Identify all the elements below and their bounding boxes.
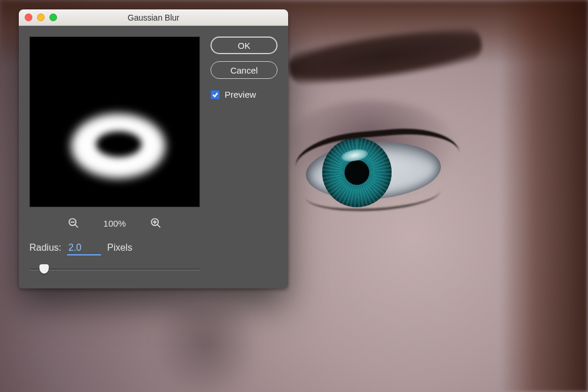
radius-unit: Pixels xyxy=(107,242,132,253)
hair-region xyxy=(500,0,588,392)
zoom-in-icon xyxy=(150,217,162,229)
close-icon[interactable] xyxy=(25,14,32,21)
zoom-out-icon xyxy=(68,217,79,229)
filter-preview[interactable] xyxy=(29,36,200,207)
cancel-button-label: Cancel xyxy=(230,65,258,75)
dialog-title: Gaussian Blur xyxy=(128,13,179,22)
dialog-body: 100% Radius: Pixels xyxy=(19,26,288,288)
pupil xyxy=(345,160,369,185)
titlebar[interactable]: Gaussian Blur xyxy=(19,9,288,26)
check-icon xyxy=(212,91,219,98)
cancel-button[interactable]: Cancel xyxy=(211,61,278,79)
zoom-in-button[interactable] xyxy=(149,217,162,230)
svg-line-1 xyxy=(75,225,78,228)
minimize-icon[interactable] xyxy=(37,14,45,21)
slider-track xyxy=(29,268,200,271)
photo-canvas: Gaussian Blur 100% xyxy=(0,0,588,392)
radius-input[interactable] xyxy=(67,242,101,255)
window-controls xyxy=(25,14,57,21)
nose-shadow xyxy=(153,306,259,392)
zoom-out-button[interactable] xyxy=(67,217,80,230)
preview-checkbox-label: Preview xyxy=(225,89,256,99)
radius-label: Radius: xyxy=(29,242,61,253)
radius-slider[interactable] xyxy=(29,264,200,275)
gaussian-blur-dialog: Gaussian Blur 100% xyxy=(19,9,288,288)
zoom-level: 100% xyxy=(103,218,126,228)
ok-button-label: OK xyxy=(238,41,250,51)
ok-button[interactable]: OK xyxy=(211,36,278,54)
slider-thumb[interactable] xyxy=(39,264,49,274)
svg-line-4 xyxy=(158,225,161,228)
preview-mask-hole xyxy=(96,131,142,157)
preview-checkbox[interactable] xyxy=(211,90,220,99)
zoom-icon[interactable] xyxy=(49,14,57,21)
